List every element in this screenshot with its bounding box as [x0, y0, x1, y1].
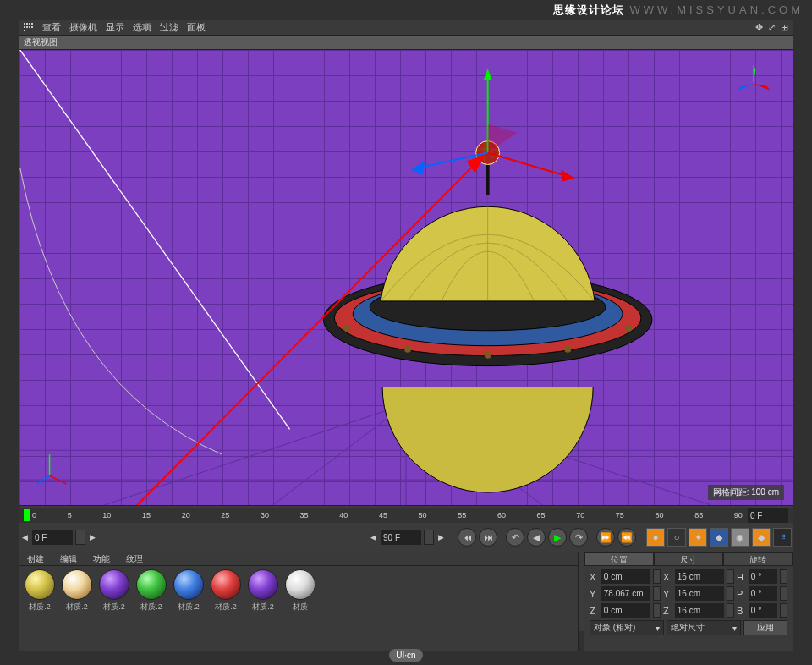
timeline[interactable]: 0510 152025 303540 455055 606570 758085 … [19, 508, 793, 523]
key-options-button[interactable]: ⠿ [773, 528, 792, 547]
watermark: 思缘设计论坛WWW.MISSYUAN.COM [553, 3, 804, 18]
hud-grid-spacing: 网格间距: 100 cm [708, 485, 784, 500]
size-z-field[interactable] [675, 603, 724, 618]
material-item[interactable]: 材质.2 [60, 569, 94, 613]
pos-x-field[interactable] [601, 569, 650, 584]
svg-marker-30 [484, 69, 492, 80]
size-mode-select[interactable]: 绝对尺寸▾ [667, 620, 741, 635]
range-end-field[interactable] [381, 530, 421, 545]
attr-tab-size[interactable]: 尺寸 [654, 552, 723, 566]
svg-line-5 [273, 404, 406, 505]
record-button[interactable]: ● [646, 528, 665, 547]
material-item[interactable]: 材质.2 [97, 569, 131, 613]
pos-y-field[interactable] [601, 586, 650, 601]
range-end-next[interactable]: ▶ [436, 533, 446, 541]
material-manager: 创建 编辑 功能 纹理 材质.2 材质.2 材质.2 材质.2 材质.2 材质.… [19, 552, 579, 651]
gizmo[interactable] [411, 69, 574, 182]
menu-filter[interactable]: 过滤 [160, 21, 178, 34]
coordinates-manager: 位置 尺寸 旋转 X X H Y [584, 552, 793, 651]
material-item[interactable]: 材质.2 [134, 569, 168, 613]
svg-point-23 [625, 325, 632, 332]
svg-point-21 [485, 352, 491, 359]
material-item[interactable]: 材质.2 [209, 569, 243, 613]
next-key-button[interactable]: ↷ [569, 528, 588, 547]
autokey-button[interactable]: ○ [667, 528, 686, 547]
key-param-button[interactable]: ◆ [752, 528, 771, 547]
svg-marker-35 [488, 124, 518, 153]
view-icon[interactable]: ⊞ [781, 22, 788, 33]
menu-panel[interactable]: 面板 [187, 21, 206, 34]
mat-tab-edit[interactable]: 编辑 [52, 552, 85, 565]
size-x-field[interactable] [675, 569, 724, 584]
range-end-prev[interactable]: ◀ [369, 533, 378, 541]
svg-marker-34 [411, 162, 425, 175]
apply-button[interactable]: 应用 [743, 620, 787, 635]
material-item[interactable]: 材质.2 [23, 569, 57, 613]
move-icon[interactable]: ✥ [755, 22, 763, 33]
range-start-spin[interactable] [75, 530, 85, 545]
range-start-field[interactable] [32, 530, 73, 545]
coord-mode-select[interactable]: 对象 (相对)▾ [590, 620, 664, 635]
play-button[interactable]: ▶ [548, 528, 567, 547]
key-scale-button[interactable]: ◆ [710, 528, 728, 547]
controls-bar: ◀ ▶ ◀ ▶ ⏮ ⏭ ↶ ◀ ▶ ↷ ⏩ [19, 526, 793, 548]
fast-fwd-button[interactable]: ⏩ [596, 528, 615, 547]
svg-point-19 [343, 325, 350, 332]
svg-line-4 [104, 404, 406, 505]
go-end-button[interactable]: ⏭ [479, 528, 497, 547]
menu-camera[interactable]: 摄像机 [69, 21, 97, 34]
play-back-button[interactable]: ◀ [527, 528, 546, 547]
mat-tab-function[interactable]: 功能 [85, 552, 118, 565]
menu-options[interactable]: 选项 [133, 21, 151, 34]
viewport-title: 透视视图 [19, 36, 793, 49]
rot-b-field[interactable] [749, 603, 777, 618]
footer: UI·cn [0, 649, 812, 662]
material-list: 材质.2 材质.2 材质.2 材质.2 材质.2 材质.2 材质.2 材质 [19, 566, 578, 651]
range-start-prev[interactable]: ◀ [20, 533, 30, 541]
timeline-playhead[interactable] [24, 509, 30, 521]
svg-point-22 [564, 346, 571, 353]
go-start-button[interactable]: ⏮ [458, 528, 476, 547]
prev-key-button[interactable]: ↶ [506, 528, 524, 547]
timeline-end-frame[interactable] [748, 508, 788, 523]
svg-marker-14 [738, 84, 754, 91]
menu-view[interactable]: 查看 [42, 21, 61, 34]
svg-marker-32 [561, 169, 574, 181]
viewport-perspective[interactable]: 网格间距: 100 cm [19, 49, 793, 506]
attr-tab-rotation[interactable]: 旋转 [723, 552, 793, 566]
size-y-field[interactable] [675, 586, 724, 601]
material-item[interactable]: 材质.2 [246, 569, 280, 613]
svg-line-31 [488, 153, 568, 177]
material-item[interactable]: 材质 [283, 569, 317, 613]
attr-tab-position[interactable]: 位置 [584, 552, 654, 566]
ufo-object[interactable] [323, 141, 652, 492]
material-item[interactable]: 材质.2 [172, 569, 206, 613]
svg-marker-12 [753, 65, 755, 84]
key-rot-button[interactable]: ◉ [731, 528, 749, 547]
mat-tab-texture[interactable]: 纹理 [118, 552, 151, 565]
mat-tab-create[interactable]: 创建 [19, 552, 52, 565]
menu-display[interactable]: 显示 [106, 21, 124, 34]
pos-z-field[interactable] [601, 603, 650, 618]
fast-rev-button[interactable]: ⏪ [617, 528, 636, 547]
range-end-spin[interactable] [424, 530, 434, 545]
key-pos-button[interactable]: ✦ [689, 528, 707, 547]
rot-h-field[interactable] [749, 569, 777, 584]
viewport-menu: 查看 摄像机 显示 选项 过滤 面板 ✥ ⤢ ⊞ [19, 20, 793, 36]
svg-marker-13 [753, 84, 770, 91]
grid-icon[interactable] [24, 23, 34, 33]
expand-icon[interactable]: ⤢ [768, 22, 776, 33]
rot-p-field[interactable] [749, 586, 777, 601]
svg-point-20 [404, 346, 411, 353]
scene-canvas [19, 50, 793, 505]
range-start-next[interactable]: ▶ [88, 533, 97, 541]
